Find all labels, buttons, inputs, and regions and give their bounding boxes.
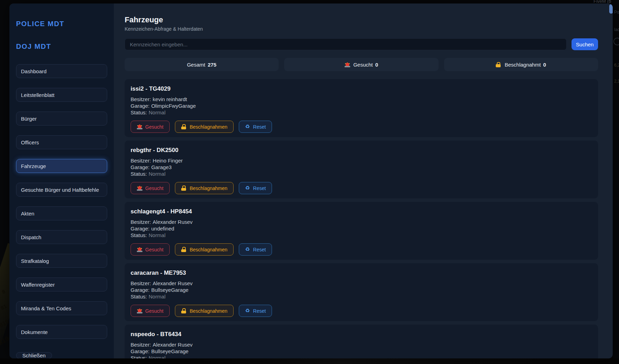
wanted-button-label: Gesucht bbox=[145, 124, 163, 130]
lock-icon bbox=[181, 124, 186, 129]
lock-icon bbox=[181, 185, 186, 191]
plate-search-input[interactable] bbox=[125, 38, 567, 50]
title-separator: - bbox=[165, 208, 170, 215]
reset-button[interactable]: ♻ Reset bbox=[239, 243, 272, 256]
vehicle-meta: Besitzer:Heino Finger Garage:Garage3 Sta… bbox=[131, 157, 591, 177]
sidebar-item-label: Miranda & Ten Codes bbox=[21, 305, 71, 311]
impound-button[interactable]: Beschlagnahmen bbox=[175, 121, 234, 133]
wanted-button[interactable]: Gesucht bbox=[131, 121, 170, 133]
sidebar-item[interactable]: Akten bbox=[16, 206, 107, 220]
stat-value: 275 bbox=[208, 62, 216, 68]
close-button-label: Schließen bbox=[22, 352, 46, 358]
vehicle-plate: DK2500 bbox=[157, 147, 178, 153]
reset-button-label: Reset bbox=[253, 247, 266, 252]
game-text-fragment: Po bbox=[614, 10, 619, 15]
mdt-window: POLICE MDT DOJ MDT Dashboard Leitstellen… bbox=[9, 3, 613, 358]
vehicle-card: caracaran - ME7953 Besitzer:Alexander Ru… bbox=[125, 263, 598, 321]
vehicle-title: issi2 - TG4029 bbox=[131, 85, 591, 92]
impound-button[interactable]: Beschlagnahmen bbox=[175, 243, 234, 256]
impound-button-label: Beschlagnahmen bbox=[190, 124, 227, 130]
vehicle-plate: TG4029 bbox=[149, 85, 170, 92]
sidebar-item[interactable]: Waffenregister bbox=[16, 278, 107, 291]
title-separator: - bbox=[159, 270, 164, 276]
search-button[interactable]: Suchen bbox=[572, 38, 598, 50]
garage-value: OlimpicFwyGarage bbox=[151, 103, 196, 109]
vehicle-actions: Gesucht Beschlagnahmen ♻ Reset bbox=[131, 243, 591, 256]
wanted-button[interactable]: Gesucht bbox=[131, 243, 170, 256]
owner-value: Alexander Rusev bbox=[153, 219, 192, 225]
reset-button-label: Reset bbox=[253, 185, 266, 191]
sidebar-item-label: Waffenregister bbox=[21, 282, 55, 288]
vehicle-meta: Besitzer:Alexander Rusev Garage:Bullseye… bbox=[131, 280, 591, 300]
owner-label: Besitzer: bbox=[131, 96, 151, 102]
vehicle-plate: HP8454 bbox=[170, 208, 192, 215]
owner-value: Alexander Rusev bbox=[153, 342, 192, 348]
sidebar-item[interactable]: Miranda & Ten Codes bbox=[16, 301, 107, 315]
siren-icon bbox=[137, 247, 142, 252]
owner-label: Besitzer: bbox=[131, 219, 151, 225]
stat-label: Gesamt bbox=[187, 62, 205, 68]
siren-icon bbox=[137, 185, 142, 191]
sidebar-item[interactable]: Fahrzeuge bbox=[16, 159, 107, 173]
vehicle-actions: Gesucht Beschlagnahmen ♻ Reset bbox=[131, 121, 591, 133]
garage-label: Garage: bbox=[131, 103, 149, 109]
vehicle-meta: Besitzer:kevin reinhardt Garage:OlimpicF… bbox=[131, 96, 591, 116]
game-text-fragment: 6,2 bbox=[614, 63, 619, 68]
reset-button[interactable]: ♻ Reset bbox=[239, 121, 272, 133]
vehicle-title: schlagengt4 - HP8454 bbox=[131, 208, 591, 215]
sidebar-item-label: Gesuchte Bürger und Haftbefehle bbox=[21, 187, 99, 193]
impound-button[interactable]: Beschlagnahmen bbox=[175, 305, 234, 317]
status-value: Normal bbox=[149, 109, 165, 115]
close-button[interactable]: Schließen bbox=[16, 352, 52, 358]
sidebar-item[interactable]: Dispatch bbox=[16, 230, 107, 244]
status-value: Normal bbox=[149, 294, 165, 299]
vehicle-model: nspeedo bbox=[131, 331, 155, 338]
owner-label: Besitzer: bbox=[131, 158, 151, 164]
vehicle-model: schlagengt4 bbox=[131, 208, 165, 215]
title-separator: - bbox=[144, 85, 149, 92]
vehicle-actions: Gesucht Beschlagnahmen ♻ Reset bbox=[131, 182, 591, 194]
siren-icon bbox=[137, 124, 142, 129]
sidebar-item[interactable]: Bürger bbox=[16, 112, 107, 126]
garage-label: Garage: bbox=[131, 226, 149, 232]
recycle-icon: ♻ bbox=[245, 185, 250, 191]
sidebar-item[interactable]: Dashboard bbox=[16, 64, 107, 78]
owner-label: Besitzer: bbox=[131, 280, 151, 286]
vehicle-plate: ME7953 bbox=[164, 270, 186, 276]
impound-button-label: Beschlagnahmen bbox=[190, 308, 227, 314]
scrollbar-thumb[interactable] bbox=[609, 4, 613, 14]
title-separator: - bbox=[155, 331, 160, 338]
recycle-icon: ♻ bbox=[245, 308, 250, 313]
garage-value: BullseyeGarage bbox=[151, 287, 189, 293]
game-text-fragment: lac bbox=[614, 27, 619, 32]
sidebar-item-label: Dokumente bbox=[21, 329, 48, 335]
sidebar-item-label: Bürger bbox=[21, 116, 37, 122]
stat-value: 0 bbox=[543, 62, 546, 68]
vehicle-title: nspeedo - BT6434 bbox=[131, 331, 591, 338]
sidebar-item[interactable]: Dokumente bbox=[16, 325, 107, 339]
sidebar-item[interactable]: Gesuchte Bürger und Haftbefehle bbox=[16, 183, 107, 197]
status-label: Status: bbox=[131, 355, 147, 358]
sidebar-item[interactable]: Leitstellenblatt bbox=[16, 88, 107, 102]
vehicle-model: caracaran bbox=[131, 270, 159, 276]
impound-button[interactable]: Beschlagnahmen bbox=[175, 182, 234, 194]
game-text-fragment: 2,1 bbox=[614, 79, 619, 84]
sidebar-item[interactable]: Strafkatalog bbox=[16, 254, 107, 268]
wanted-button-label: Gesucht bbox=[145, 247, 163, 252]
garage-value: undefined bbox=[151, 226, 174, 232]
wanted-button-label: Gesucht bbox=[145, 308, 163, 314]
vehicle-model: issi2 bbox=[131, 85, 144, 92]
sidebar-item-label: Leitstellenblatt bbox=[21, 92, 54, 98]
status-label: Status: bbox=[131, 109, 147, 115]
police-mdt-brand: POLICE MDT bbox=[16, 20, 107, 27]
reset-button[interactable]: ♻ Reset bbox=[239, 182, 272, 194]
status-label: Status: bbox=[131, 294, 147, 299]
doj-mdt-brand: DOJ MDT bbox=[16, 43, 107, 50]
sidebar-item[interactable]: Officers bbox=[16, 135, 107, 149]
wanted-button[interactable]: Gesucht bbox=[131, 305, 170, 317]
siren-icon bbox=[137, 308, 142, 313]
reset-button[interactable]: ♻ Reset bbox=[239, 305, 272, 317]
lock-icon bbox=[181, 308, 186, 313]
stat-box: Gesamt 275 bbox=[125, 58, 279, 71]
wanted-button[interactable]: Gesucht bbox=[131, 182, 170, 194]
